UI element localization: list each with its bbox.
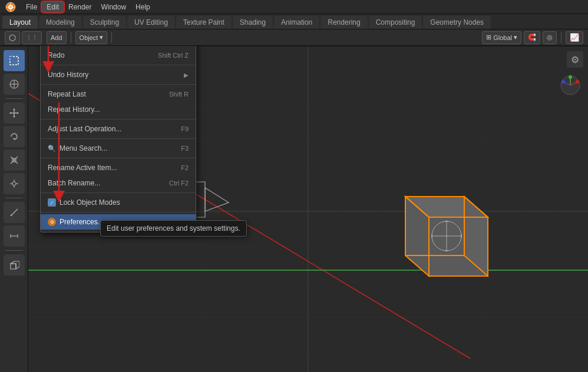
separator-3 xyxy=(41,119,196,119)
batch-rename-label: Batch Rename... xyxy=(48,179,100,187)
redo-shortcut: Shift Ctrl Z xyxy=(158,52,189,59)
chevron-down-icon-2: ▾ xyxy=(514,34,517,41)
menu-edit[interactable]: Edit xyxy=(42,2,64,12)
repeat-last-label: Repeat Last xyxy=(48,90,86,98)
toolbar-sep-3 xyxy=(561,32,561,43)
drag-dots-icon[interactable]: ⋮⋮ xyxy=(22,31,42,44)
separator-5 xyxy=(41,158,196,158)
svg-line-25 xyxy=(11,209,18,216)
lock-modes-checkbox: ✓ xyxy=(48,198,56,207)
add-object-button[interactable]: Add xyxy=(47,31,67,44)
top-menu: File Edit Render Window Help xyxy=(21,2,155,12)
workspace-tabs: Layout Modeling Sculpting UV Editing Tex… xyxy=(0,14,588,29)
tab-sculpting[interactable]: Sculpting xyxy=(83,16,126,29)
left-sidebar xyxy=(0,46,28,372)
toolbar-sep-1 xyxy=(71,32,71,43)
tab-modeling[interactable]: Modeling xyxy=(39,16,82,29)
svg-rect-30 xyxy=(11,264,16,269)
proportional-icon: ◎ xyxy=(547,34,553,41)
tab-shading[interactable]: Shading xyxy=(233,16,273,29)
tool-annotate[interactable] xyxy=(4,202,25,223)
svg-text:X: X xyxy=(576,80,579,84)
tab-animation[interactable]: Animation xyxy=(274,16,319,29)
menu-item-rename-active[interactable]: Rename Active Item... F2 xyxy=(41,160,196,175)
svg-text:Z: Z xyxy=(561,80,564,84)
menu-item-preferences[interactable]: ⚙ Preferences... xyxy=(41,214,196,230)
search-small-icon: 🔍 xyxy=(48,145,56,152)
svg-marker-12 xyxy=(13,108,15,110)
transform-label: Global xyxy=(493,34,512,41)
svg-rect-6 xyxy=(10,57,13,59)
tool-measure[interactable] xyxy=(4,225,25,247)
object-mode-selector[interactable]: Object ▾ xyxy=(75,31,108,44)
separator-6 xyxy=(41,192,196,193)
tool-cursor[interactable] xyxy=(4,74,25,95)
global-transform-selector[interactable]: ⊞ Global ▾ xyxy=(482,31,521,44)
menu-item-redo[interactable]: Redo Shift Ctrl Z xyxy=(41,48,196,63)
tab-rendering[interactable]: Rendering xyxy=(321,16,367,29)
rename-active-shortcut: F2 xyxy=(181,164,189,171)
edit-dropdown-menu: Undo Ctrl Z Redo Shift Ctrl Z Undo Histo… xyxy=(40,29,196,232)
sidebar-divider-3 xyxy=(5,250,23,251)
svg-marker-14 xyxy=(9,112,11,114)
preferences-gear-icon: ⚙ xyxy=(48,218,56,226)
svg-marker-13 xyxy=(13,116,15,118)
tab-texture-paint[interactable]: Texture Paint xyxy=(176,16,232,29)
top-bar: File Edit Render Window Help xyxy=(0,0,588,14)
svg-point-20 xyxy=(12,182,16,185)
graph-button[interactable]: 📈 xyxy=(566,31,583,44)
menu-file[interactable]: File xyxy=(21,2,42,12)
blender-logo xyxy=(5,1,16,13)
separator-1 xyxy=(41,65,196,65)
menu-item-repeat-last[interactable]: Repeat Last Shift R xyxy=(41,87,196,102)
menu-search-label: Menu Search... xyxy=(60,144,107,152)
lock-object-modes-label: Lock Object Modes xyxy=(60,198,120,207)
sidebar-divider-1 xyxy=(5,98,23,99)
menu-item-lock-object-modes[interactable]: ✓ Lock Object Modes xyxy=(41,195,196,210)
svg-text:Y: Y xyxy=(569,75,572,77)
menu-item-undo-history[interactable]: Undo History ▶ xyxy=(41,67,196,82)
menu-help[interactable]: Help xyxy=(131,2,155,12)
tab-compositing[interactable]: Compositing xyxy=(369,16,422,29)
submenu-arrow-icon: ▶ xyxy=(184,72,189,78)
rename-active-label: Rename Active Item... xyxy=(48,164,117,172)
toolbar-sep-2 xyxy=(111,32,112,43)
tool-scale[interactable] xyxy=(4,150,25,171)
menu-search-shortcut: F3 xyxy=(181,145,189,152)
svg-marker-15 xyxy=(17,112,19,114)
adjust-last-shortcut: F9 xyxy=(181,125,189,132)
tool-move[interactable] xyxy=(4,102,25,124)
tool-transform[interactable] xyxy=(4,173,25,194)
adjust-last-label: Adjust Last Operation... xyxy=(48,125,121,133)
chevron-down-icon: ▾ xyxy=(100,34,103,41)
viewport-mode-icon[interactable]: ⬡ xyxy=(5,31,20,44)
preferences-label: Preferences... xyxy=(60,218,104,226)
proportional-edit-button[interactable]: ◎ xyxy=(543,31,557,44)
object-mode-label: Object xyxy=(80,34,98,41)
svg-line-32 xyxy=(11,261,14,264)
undo-history-label: Undo History xyxy=(48,71,88,79)
separator-2 xyxy=(41,84,196,85)
global-icon: ⊞ xyxy=(486,34,491,41)
menu-item-search[interactable]: 🔍 Menu Search... F3 xyxy=(41,141,196,156)
menu-window[interactable]: Window xyxy=(96,2,131,12)
tab-uv-editing[interactable]: UV Editing xyxy=(127,16,175,29)
repeat-last-shortcut: Shift R xyxy=(169,91,189,98)
sidebar-divider-2 xyxy=(5,198,23,198)
repeat-history-label: Repeat History... xyxy=(48,105,100,114)
menu-item-adjust-last[interactable]: Adjust Last Operation... F9 xyxy=(41,121,196,137)
menu-item-batch-rename[interactable]: Batch Rename... Ctrl F2 xyxy=(41,175,196,191)
header-toolbar: ⬡ ⋮⋮ Add Object ▾ ⊞ Global ▾ 🧲 ◎ 📈 xyxy=(0,29,588,46)
snap-button[interactable]: 🧲 xyxy=(524,31,540,44)
tab-geometry-nodes[interactable]: Geometry Nodes xyxy=(423,16,491,29)
tab-layout[interactable]: Layout xyxy=(2,16,38,29)
viewport-settings-button[interactable]: ⚙ xyxy=(567,51,583,68)
tool-select-box[interactable] xyxy=(4,50,25,71)
tool-rotate[interactable] xyxy=(4,126,25,147)
menu-item-repeat-history[interactable]: Repeat History... xyxy=(41,102,196,117)
separator-4 xyxy=(41,138,196,139)
tool-add-cube[interactable] xyxy=(4,254,25,275)
axis-indicator: X Y Z xyxy=(560,75,581,98)
menu-render[interactable]: Render xyxy=(64,2,96,12)
redo-label: Redo xyxy=(48,51,65,59)
